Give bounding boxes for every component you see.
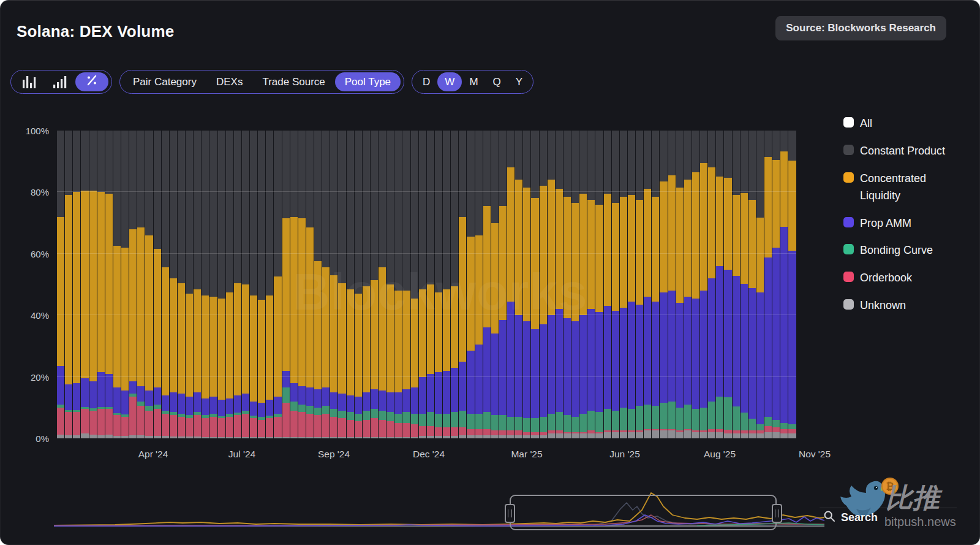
bar[interactable] (306, 131, 314, 438)
bar[interactable] (137, 131, 145, 438)
period-m[interactable]: M (462, 72, 485, 91)
legend-item-constant-product[interactable]: Constant Product (843, 143, 966, 160)
period-y[interactable]: Y (508, 72, 530, 91)
bar[interactable] (57, 131, 64, 438)
bar[interactable] (443, 131, 450, 438)
bar[interactable] (788, 131, 796, 438)
bar[interactable] (105, 131, 113, 438)
bar[interactable] (523, 131, 530, 438)
legend-item-bonding-curve[interactable]: Bonding Curve (843, 242, 966, 259)
bar[interactable] (587, 131, 595, 438)
bar[interactable] (692, 131, 699, 438)
bar[interactable] (113, 131, 121, 438)
bar[interactable] (330, 131, 337, 438)
bar[interactable] (700, 131, 707, 438)
bar[interactable] (121, 131, 129, 438)
bar[interactable] (668, 131, 676, 438)
bar[interactable] (780, 131, 788, 438)
filter-trade-source[interactable]: Trade Source (252, 72, 334, 91)
period-q[interactable]: Q (486, 72, 508, 91)
bar[interactable] (684, 131, 692, 438)
bar[interactable] (491, 131, 499, 438)
filter-dexs[interactable]: DEXs (206, 72, 252, 91)
bar[interactable] (178, 131, 185, 438)
bar[interactable] (73, 131, 80, 438)
period-w[interactable]: W (437, 72, 462, 91)
legend-item-orderbook[interactable]: Orderbook (843, 270, 966, 287)
bar[interactable] (290, 131, 298, 438)
bar[interactable] (644, 131, 651, 438)
bar[interactable] (202, 131, 209, 438)
bar[interactable] (733, 131, 740, 438)
bar[interactable] (620, 131, 627, 438)
legend-item-all[interactable]: All (843, 115, 966, 132)
bar[interactable] (772, 131, 780, 438)
bar[interactable] (226, 131, 233, 438)
bar[interactable] (282, 131, 290, 438)
bar[interactable] (475, 131, 483, 438)
bar[interactable] (338, 131, 345, 438)
bar[interactable] (411, 131, 418, 438)
bar[interactable] (154, 131, 161, 438)
filter-pair-category[interactable]: Pair Category (123, 72, 206, 91)
bar[interactable] (314, 131, 322, 438)
bar[interactable] (564, 131, 571, 438)
bar[interactable] (507, 131, 514, 438)
bar[interactable] (595, 131, 603, 438)
bar[interactable] (741, 131, 748, 438)
bar[interactable] (652, 131, 659, 438)
bar[interactable] (298, 131, 306, 438)
bar[interactable] (540, 131, 547, 438)
period-d[interactable]: D (415, 72, 437, 91)
bar[interactable] (89, 131, 97, 438)
bar[interactable] (708, 131, 715, 438)
bar[interactable] (579, 131, 587, 438)
bar[interactable] (162, 131, 169, 438)
bar[interactable] (499, 131, 507, 438)
bar[interactable] (724, 131, 731, 438)
bar[interactable] (363, 131, 370, 438)
bar[interactable] (347, 131, 354, 438)
navigator-right-handle[interactable] (772, 504, 782, 523)
bar[interactable] (65, 131, 72, 438)
bar[interactable] (716, 131, 723, 438)
bar[interactable] (81, 131, 88, 438)
bar[interactable] (379, 131, 386, 438)
bar[interactable] (660, 131, 667, 438)
bar[interactable] (266, 131, 273, 438)
search-button[interactable]: Search (823, 510, 878, 525)
bar[interactable] (571, 131, 579, 438)
bar[interactable] (402, 131, 410, 438)
bar[interactable] (242, 131, 249, 438)
bar[interactable] (274, 131, 281, 438)
bar[interactable] (748, 131, 756, 438)
bar[interactable] (419, 131, 426, 438)
bar[interactable] (258, 131, 265, 438)
bar[interactable] (612, 131, 619, 438)
bar[interactable] (194, 131, 201, 438)
bar[interactable] (234, 131, 241, 438)
bar[interactable] (250, 131, 257, 438)
bar[interactable] (483, 131, 491, 438)
bar[interactable] (145, 131, 153, 438)
bar[interactable] (386, 131, 394, 438)
legend-item-prop-amm[interactable]: Prop AMM (843, 215, 966, 232)
navigator-selection-window[interactable] (510, 495, 777, 530)
bar[interactable] (756, 131, 764, 438)
percent-view-button[interactable] (75, 72, 108, 91)
bar[interactable] (764, 131, 772, 438)
legend-item-concentrated-liquidity[interactable]: Concentrated Liquidity (843, 170, 966, 205)
bar[interactable] (515, 131, 522, 438)
bar[interactable] (218, 131, 225, 438)
bar[interactable] (636, 131, 643, 438)
bar[interactable] (322, 131, 330, 438)
bar[interactable] (628, 131, 635, 438)
navigator-left-handle[interactable] (505, 504, 515, 523)
bar[interactable] (209, 131, 217, 438)
bar[interactable] (459, 131, 466, 438)
bar[interactable] (129, 131, 137, 438)
bar[interactable] (676, 131, 684, 438)
bar[interactable] (531, 131, 538, 438)
bar[interactable] (371, 131, 378, 438)
bar[interactable] (556, 131, 563, 438)
